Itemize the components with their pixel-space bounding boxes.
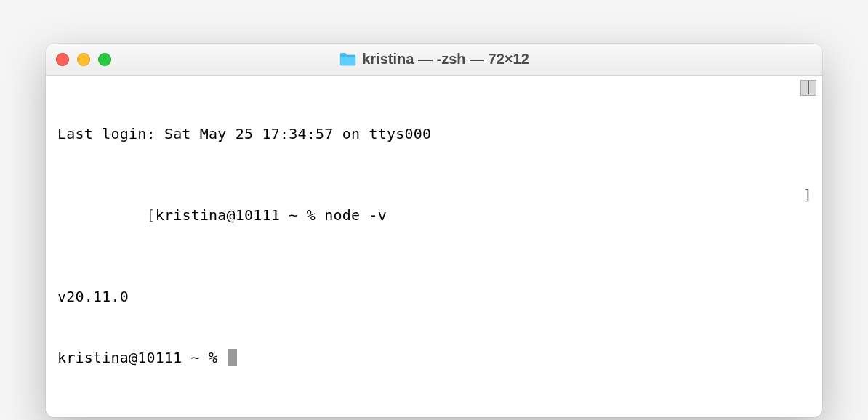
- prompt-text: kristina@10111 ~ %: [156, 206, 325, 224]
- minimize-button[interactable]: [77, 53, 90, 66]
- window-controls: [56, 53, 111, 66]
- terminal-body[interactable]: Last login: Sat May 25 17:34:57 on ttys0…: [46, 76, 822, 417]
- panel-toggle-icon: [808, 81, 809, 94]
- folder-icon: [339, 52, 356, 67]
- titlebar[interactable]: kristina — -zsh — 72×12: [46, 44, 822, 76]
- cursor: [228, 349, 237, 366]
- last-login-line: Last login: Sat May 25 17:34:57 on ttys0…: [57, 124, 812, 144]
- output-line: v20.11.0: [57, 286, 812, 307]
- close-button[interactable]: [56, 53, 69, 66]
- prompt-bracket-right: ]: [803, 185, 812, 205]
- window-title: kristina — -zsh — 72×12: [362, 51, 529, 68]
- current-prompt-line: kristina@10111 ~ %: [57, 347, 812, 368]
- prompt-bracket-left: [: [146, 206, 155, 224]
- prompt-text-2: kristina@10111 ~ %: [57, 349, 227, 366]
- command-text: node -v: [324, 206, 387, 224]
- terminal-content: Last login: Sat May 25 17:34:57 on ttys0…: [57, 83, 812, 408]
- zoom-button[interactable]: [98, 53, 111, 66]
- command-line-1: [kristina@10111 ~ % node -v ]: [57, 185, 812, 246]
- window-title-area: kristina — -zsh — 72×12: [339, 51, 529, 68]
- terminal-window: kristina — -zsh — 72×12 Last login: Sat …: [46, 44, 822, 417]
- panel-toggle-button[interactable]: [800, 80, 816, 96]
